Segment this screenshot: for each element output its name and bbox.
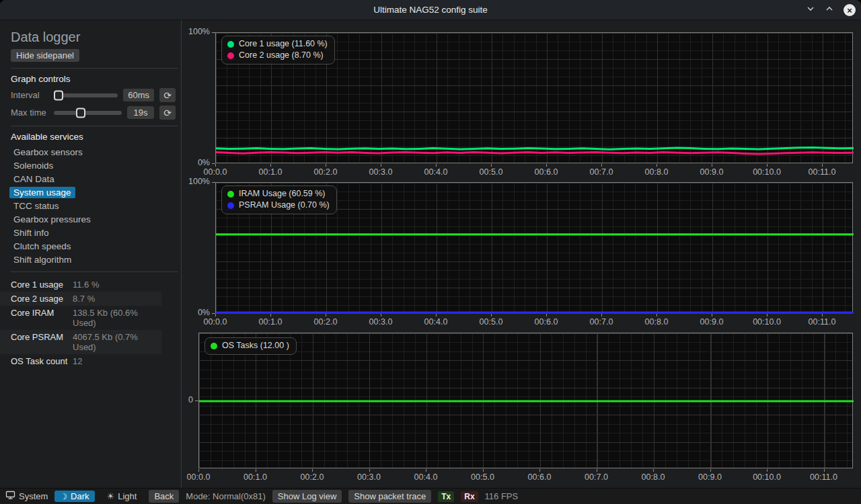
x-axis-label: 00:8.0 bbox=[633, 472, 673, 482]
x-tick-mark bbox=[710, 469, 711, 472]
x-tick-mark bbox=[483, 469, 484, 472]
sidebar-item-shift-info[interactable]: Shift info bbox=[9, 227, 53, 239]
series-line bbox=[216, 153, 854, 155]
series-line bbox=[216, 147, 854, 149]
sidebar-title: Data logger bbox=[11, 30, 176, 45]
x-tick-mark bbox=[822, 314, 823, 317]
interval-slider-handle[interactable] bbox=[54, 90, 63, 100]
legend-dot-icon bbox=[227, 52, 234, 59]
moon-icon: ☽ bbox=[60, 492, 67, 501]
interval-slider[interactable] bbox=[54, 93, 118, 97]
chart-legend: OS Tasks (12.00 ) bbox=[204, 337, 297, 355]
x-axis-label: 00:5.0 bbox=[471, 167, 511, 177]
stat-label: Core IRAM bbox=[11, 308, 73, 328]
sidebar-item-gearbox-pressures[interactable]: Gearbox pressures bbox=[9, 214, 95, 225]
max-time-slider[interactable] bbox=[54, 111, 122, 115]
max-time-value: 19s bbox=[127, 106, 154, 119]
y-axis-label: 0% bbox=[182, 308, 210, 317]
close-button[interactable]: × bbox=[844, 4, 856, 16]
max-time-refresh-button[interactable]: ⟳ bbox=[159, 106, 176, 120]
x-axis-label: 00:5.0 bbox=[471, 317, 511, 327]
x-tick-mark bbox=[657, 164, 657, 167]
x-tick-mark bbox=[198, 469, 199, 472]
legend-item: Core 2 usage (8.70 %) bbox=[227, 50, 328, 61]
x-tick-mark bbox=[426, 469, 426, 472]
legend-item: Core 1 usage (11.60 %) bbox=[227, 38, 328, 50]
x-axis-label: 00:9.0 bbox=[691, 167, 732, 177]
x-tick-mark bbox=[712, 314, 712, 317]
x-tick-mark bbox=[491, 314, 492, 317]
title-bar[interactable]: Ultimate NAG52 config suite × bbox=[0, 0, 861, 20]
theme-system[interactable]: System bbox=[5, 491, 48, 502]
theme-light-button[interactable]: ☀ Light bbox=[102, 491, 143, 502]
x-axis-label: 00:11.0 bbox=[802, 317, 842, 327]
chevron-down-icon bbox=[806, 4, 815, 16]
y-tick-mark bbox=[195, 401, 198, 401]
x-tick-mark bbox=[712, 164, 712, 167]
y-tick-mark bbox=[212, 182, 215, 183]
y-axis-label: 0 bbox=[182, 395, 193, 405]
legend-item: IRAM Usage (60.59 %) bbox=[227, 188, 330, 200]
x-axis-label: 00:8.0 bbox=[636, 167, 677, 177]
x-axis-label: 00:1.0 bbox=[250, 317, 291, 327]
stats-table: Core 1 usage11.6 %Core 2 usage8.7 %Core … bbox=[0, 278, 161, 368]
x-axis-label: 00:2.0 bbox=[305, 167, 346, 177]
stat-row: Core 2 usage8.7 % bbox=[0, 292, 161, 306]
x-axis-label: 00:7.0 bbox=[581, 167, 622, 177]
x-tick-mark bbox=[767, 469, 768, 472]
interval-refresh-button[interactable]: ⟳ bbox=[159, 88, 176, 102]
chart-legend: Core 1 usage (11.60 %)Core 2 usage (8.70… bbox=[221, 36, 335, 65]
x-axis-label: 00:11.0 bbox=[802, 167, 842, 177]
minimize-button[interactable] bbox=[806, 4, 815, 16]
divider bbox=[11, 126, 178, 126]
sidebar-item-shift-algorithm[interactable]: Shift algorithm bbox=[9, 254, 75, 265]
sidebar-item-clutch-speeds[interactable]: Clutch speeds bbox=[9, 241, 75, 252]
legend-dot-icon bbox=[227, 191, 234, 198]
stat-value: 138.5 Kb (60.6% Used) bbox=[73, 308, 161, 328]
x-axis-label: 00:2.0 bbox=[305, 317, 346, 327]
sidebar-item-system-usage[interactable]: System usage bbox=[9, 187, 75, 198]
legend-label: PSRAM Usage (0.70 %) bbox=[239, 200, 330, 211]
theme-dark-button[interactable]: ☽ Dark bbox=[54, 491, 94, 502]
refresh-icon: ⟳ bbox=[163, 108, 172, 118]
maximize-button[interactable] bbox=[825, 4, 834, 16]
sidebar-item-tcc-status[interactable]: TCC status bbox=[9, 200, 63, 212]
x-axis-label: 00:6.0 bbox=[526, 167, 566, 177]
legend-label: IRAM Usage (60.59 %) bbox=[239, 188, 326, 200]
stat-value: 11.6 % bbox=[73, 280, 100, 290]
stat-value: 4067.5 Kb (0.7% Used) bbox=[73, 332, 161, 352]
divider bbox=[11, 271, 178, 272]
interval-row: Interval 60ms ⟳ bbox=[11, 88, 176, 102]
status-bar: System ☽ Dark ☀ Light Back Mode: Normal(… bbox=[0, 488, 861, 504]
stat-label: Core 1 usage bbox=[11, 280, 73, 290]
sidebar-item-gearbox-sensors[interactable]: Gearbox sensors bbox=[9, 146, 87, 158]
plot-area: Core 1 usage (11.60 %)Core 2 usage (8.70… bbox=[215, 32, 853, 163]
back-button[interactable]: Back bbox=[149, 490, 179, 503]
show-packet-trace-button[interactable]: Show packet trace bbox=[348, 490, 431, 503]
hide-sidepanel-button[interactable]: Hide sidepanel bbox=[11, 49, 79, 62]
legend-item: PSRAM Usage (0.70 %) bbox=[227, 200, 330, 211]
y-axis-label: 0% bbox=[182, 158, 210, 167]
sidebar-item-solenoids[interactable]: Solenoids bbox=[9, 160, 57, 171]
legend-label: OS Tasks (12.00 ) bbox=[222, 340, 289, 351]
max-time-slider-handle[interactable] bbox=[76, 108, 85, 118]
sidebar-item-can-data[interactable]: CAN Data bbox=[9, 173, 59, 185]
sun-icon: ☀ bbox=[107, 491, 115, 501]
x-tick-mark bbox=[270, 164, 271, 167]
x-tick-mark bbox=[270, 314, 271, 317]
x-tick-mark bbox=[326, 314, 326, 317]
x-tick-mark bbox=[546, 164, 547, 167]
x-axis-label: 00:7.0 bbox=[576, 472, 617, 482]
x-tick-mark bbox=[491, 164, 492, 167]
show-log-view-button[interactable]: Show Log view bbox=[272, 490, 342, 503]
divider bbox=[11, 68, 178, 69]
theme-system-label: System bbox=[19, 491, 48, 501]
close-icon: × bbox=[844, 4, 856, 16]
legend-dot-icon bbox=[211, 343, 217, 349]
max-time-label: Max time bbox=[11, 108, 48, 118]
legend-label: Core 2 usage (8.70 %) bbox=[239, 50, 324, 61]
legend-dot-icon bbox=[227, 202, 234, 209]
x-axis-label: 00:4.0 bbox=[416, 167, 456, 177]
stat-value: 12 bbox=[73, 356, 82, 366]
fps-counter: 116 FPS bbox=[485, 491, 519, 501]
